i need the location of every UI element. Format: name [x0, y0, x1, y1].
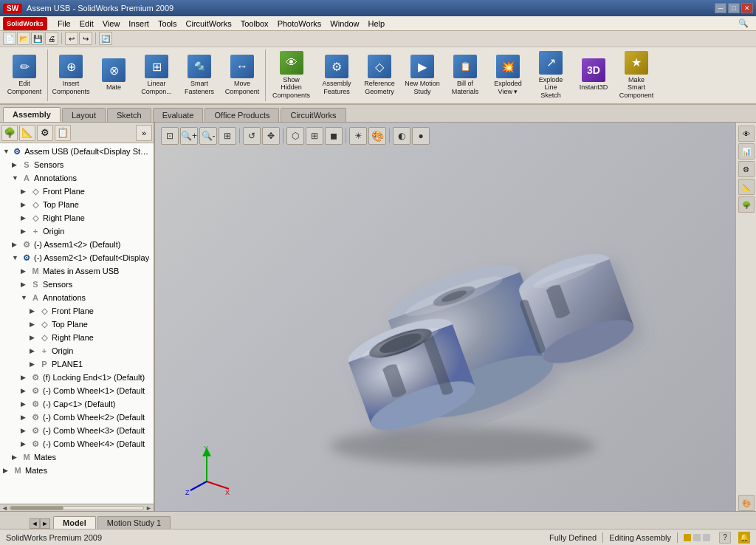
dim-expert-btn-r[interactable]: 📐 [738, 179, 755, 195]
h-scroll-track[interactable] [10, 506, 144, 510]
tab-model[interactable]: Model [53, 516, 96, 529]
scroll-left-btn[interactable]: ◄ [1, 504, 8, 512]
zoom-out-btn[interactable]: 🔍- [199, 127, 217, 145]
assembly-features-btn[interactable]: ⚙ AssemblyFeatures [315, 49, 358, 101]
property-manager-btn[interactable]: 📐 [19, 125, 35, 141]
tree-item[interactable]: ▶◇Front Plane [0, 304, 154, 318]
tab-motion-study-1[interactable]: Motion Study 1 [97, 516, 171, 529]
mate-btn[interactable]: ⊗ Mate [92, 49, 135, 101]
expand-icon[interactable]: ▶ [21, 281, 30, 288]
expand-icon[interactable]: ▶ [12, 161, 21, 168]
expand-icon[interactable]: ▶ [21, 267, 30, 275]
tree-item[interactable]: ▶⚙(-) Assem1<2> (Default) [0, 238, 154, 251]
expand-icon[interactable]: ▶ [30, 321, 38, 328]
expand-icon[interactable]: ▶ [21, 227, 30, 235]
section-view-btn[interactable]: ◐ [393, 127, 410, 145]
tree-item[interactable]: ▶⚙(-) Comb Wheel<3> (Default [0, 424, 154, 437]
zoom-to-fit-btn[interactable]: ⊡ [161, 127, 179, 145]
zoom-area-btn[interactable]: ⊞ [219, 127, 236, 145]
expand-icon[interactable]: ▶ [30, 334, 38, 341]
tree-item[interactable]: ▼⚙(-) Assem2<1> (Default<Display [0, 251, 154, 264]
gold-status-btn[interactable]: 🔔 [738, 532, 750, 544]
expand-icon[interactable]: ▶ [12, 241, 21, 248]
expand-icon[interactable]: ▶ [21, 188, 30, 195]
expand-icon[interactable]: ▶ [3, 467, 12, 474]
close-button[interactable]: ✕ [741, 3, 753, 13]
expand-panel-btn[interactable]: » [136, 125, 152, 141]
tree-item[interactable]: ▶◇Right Plane [0, 211, 154, 224]
show-hidden-btn[interactable]: 👁 ShowHiddenComponents [267, 49, 315, 102]
feature-manager-btn-r[interactable]: 🌳 [738, 196, 755, 213]
display-manager-btn[interactable]: 👁 [738, 126, 755, 142]
explode-line-btn[interactable]: ↗ ExplodeLineSketch [529, 49, 572, 102]
save-btn[interactable]: 💾 [31, 32, 44, 45]
tab-nav-left[interactable]: ◄ [30, 518, 40, 529]
open-btn[interactable]: 📂 [17, 32, 30, 45]
tree-item[interactable]: ▶⚙(-) Cap<1> (Default) [0, 397, 154, 411]
dim-expert-btn[interactable]: 📋 [55, 125, 71, 141]
expand-icon[interactable]: ▶ [21, 440, 30, 448]
expand-icon[interactable]: ▶ [30, 307, 38, 315]
menu-tools[interactable]: Tools [154, 18, 182, 30]
menu-file[interactable]: File [53, 18, 75, 30]
tree-item[interactable]: ▶MMates [0, 464, 154, 477]
expand-icon[interactable]: ▼ [12, 174, 21, 182]
tree-item[interactable]: ▶SSensors [0, 158, 154, 171]
reference-geometry-btn[interactable]: ◇ ReferenceGeometry [358, 49, 401, 101]
tree-item[interactable]: ▶PPLANE1 [0, 357, 154, 371]
expand-icon[interactable]: ▶ [21, 214, 30, 222]
menu-edit[interactable]: Edit [75, 18, 98, 30]
tab-layout[interactable]: Layout [62, 108, 106, 122]
tree-item[interactable]: ▶◇Right Plane [0, 331, 154, 344]
menu-circuitworks[interactable]: CircuitWorks [182, 18, 236, 30]
expand-icon[interactable]: ▶ [21, 427, 30, 434]
tab-evaluate[interactable]: Evaluate [153, 108, 204, 122]
menu-insert[interactable]: Insert [124, 18, 154, 30]
minimize-button[interactable]: ─ [715, 3, 726, 13]
view-orient-btn[interactable]: ⊞ [306, 127, 323, 145]
rebuild-btn[interactable]: 🔄 [99, 32, 112, 45]
undo-btn[interactable]: ↩ [65, 32, 78, 45]
lighting-btn[interactable]: ☀ [349, 127, 367, 145]
feature-manager-icon[interactable]: 🌳 [1, 125, 18, 141]
expand-icon[interactable]: ▶ [21, 374, 30, 381]
tree-item[interactable]: ▶SSensors [0, 278, 154, 291]
menu-view[interactable]: View [98, 18, 125, 30]
edit-component-btn[interactable]: ✏ EditComponent [3, 49, 46, 101]
scroll-right-btn[interactable]: ► [145, 504, 152, 512]
config-manager-btn[interactable]: ⚙ [37, 125, 53, 141]
zoom-in-btn[interactable]: 🔍+ [180, 127, 198, 145]
expand-icon[interactable]: ▼ [12, 254, 21, 261]
tree-item[interactable]: ▼AAnnotations [0, 291, 154, 304]
new-file-btn[interactable]: 📄 [3, 32, 16, 45]
feature-tree[interactable]: ▼⚙Assem USB (Default<Display State-1▶SSe… [0, 143, 154, 504]
tree-item[interactable]: ▼AAnnotations [0, 171, 154, 185]
smart-fasteners-btn[interactable]: 🔩 SmartFasteners [178, 49, 221, 101]
tree-item[interactable]: ▶◇Top Plane [0, 198, 154, 211]
render-manager-btn[interactable]: 🎨 [738, 495, 755, 511]
3d-viewport[interactable]: ⊡ 🔍+ 🔍- ⊞ ↺ ✥ ⬡ ⊞ ◼ ☀ 🎨 ◐ ● [155, 123, 756, 511]
instant3d-btn[interactable]: 3D Instant3D [572, 49, 615, 101]
tab-office-products[interactable]: Office Products [205, 108, 279, 122]
make-smart-btn[interactable]: ★ MakeSmartComponent [615, 49, 658, 102]
tab-circuitworks[interactable]: CircuitWorks [281, 108, 346, 122]
tree-item[interactable]: ▶⚙(-) Comb Wheel<2> (Default [0, 411, 154, 424]
tab-assembly[interactable]: Assembly [3, 107, 61, 122]
tree-item[interactable]: ▶⚙(-) Comb Wheel<4> (Default [0, 437, 154, 450]
search-icon[interactable]: 🔍 [734, 17, 753, 30]
tab-nav-right[interactable]: ► [40, 518, 50, 529]
tab-sketch[interactable]: Sketch [107, 108, 151, 122]
tree-item[interactable]: ▶MMates in Assem USB [0, 264, 154, 278]
menu-photoworks[interactable]: PhotoWorks [273, 18, 326, 30]
tree-item[interactable]: ▶+Origin [0, 224, 154, 238]
sketch-3d-btn[interactable]: ⬡ [286, 127, 304, 145]
appearance-btn[interactable]: 🎨 [368, 127, 386, 145]
expand-icon[interactable]: ▼ [3, 148, 11, 155]
redo-btn[interactable]: ↪ [79, 32, 92, 45]
tree-item[interactable]: ▶MMates [0, 450, 154, 464]
tree-item[interactable]: ▶◇Top Plane [0, 318, 154, 331]
exploded-view-btn[interactable]: 💥 ExplodedView ▾ [487, 49, 529, 101]
expand-icon[interactable]: ▶ [30, 347, 38, 354]
expand-icon[interactable]: ▶ [21, 201, 30, 208]
menu-help[interactable]: Help [363, 18, 389, 30]
